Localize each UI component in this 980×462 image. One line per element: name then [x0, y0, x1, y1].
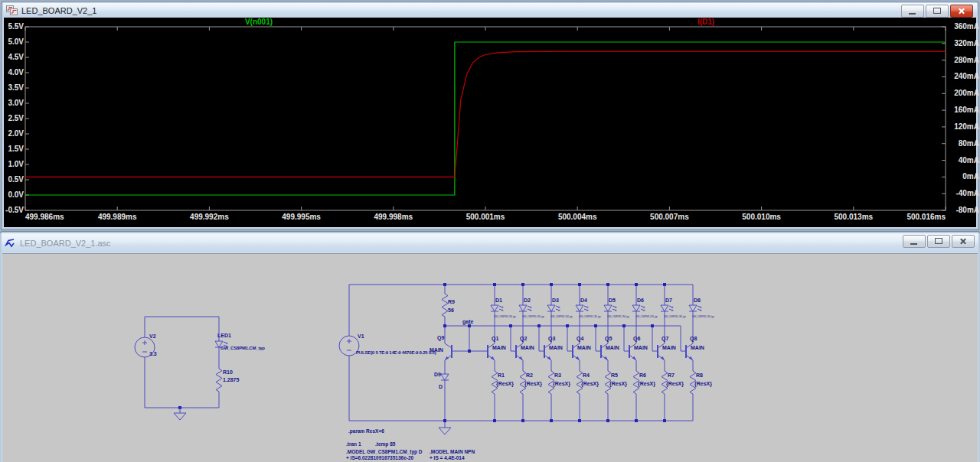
r10-value: 1.2875: [223, 377, 239, 383]
x-tick-label: 499.992ms: [190, 213, 229, 221]
y-tick-label: 0.0V: [4, 190, 24, 200]
transistor-model-label: MAIN: [662, 345, 676, 351]
maximize-icon: [933, 8, 941, 14]
led-column[interactable]: D5 GW_CS8PM1.CM_typ Q5 MAIN R5 {ResX}: [592, 296, 620, 388]
led-ref-label: D3: [552, 298, 559, 304]
v1-value: PULSE(0 5 7E-9 14E-9 4670E-9 0.25 0.5): [356, 350, 436, 356]
y-tick-label: 280mA: [948, 56, 979, 65]
y-tick-label: 1.5V: [4, 145, 24, 154]
y-tick-label: 5.5V: [4, 22, 24, 31]
transistor-ref-label: Q6: [633, 336, 640, 342]
x-tick-label: 499.989ms: [98, 213, 137, 221]
x-tick-label: 499.986ms: [25, 213, 64, 221]
y-tick-label: 1.0V: [4, 160, 24, 169]
directive-line: + IS=6.022810916735136e-20: [346, 455, 423, 461]
r9-value: 56: [448, 307, 454, 314]
led-column[interactable]: D8 GW_CS8PM1.CM_typ Q8 MAIN R8 {ResX}: [677, 296, 705, 388]
trace-name-voltage[interactable]: V(n001): [228, 18, 289, 26]
y-axis-right-current: 360mA320mA280mA240mA200mA160mA120mA80mA4…: [948, 22, 979, 215]
v2-label: V2: [149, 333, 156, 340]
y-tick-label: 320mA: [948, 39, 979, 48]
schematic-canvas[interactable]: V2 3.3 LED1 GW_CS8PM1.CM_typ R10 1.2875 …: [2, 253, 978, 462]
led-array-columns[interactable]: D1 GW_CS8PM1.CM_typ Q1 MAIN R1 {ResX} D2…: [479, 296, 705, 388]
d9-label: D9: [434, 372, 441, 378]
y-tick-label: 2.0V: [4, 129, 24, 138]
led-ref-label: D4: [580, 298, 587, 304]
schematic-window-titlebar[interactable]: LED_BOARD_V2_1.asc: [2, 233, 978, 252]
transistor-ref-label: Q1: [492, 336, 498, 342]
minimize-icon: [910, 243, 917, 245]
close-button[interactable]: [950, 5, 973, 18]
led-column[interactable]: D2 GW_CS8PM1.CM_typ Q2 MAIN R2 {ResX}: [507, 296, 535, 388]
led-column[interactable]: D7 GW_CS8PM1.CM_typ Q7 MAIN R7 {ResX}: [648, 296, 677, 388]
transistor-model-label: MAIN: [492, 345, 506, 351]
transistor-ref-label: Q3: [548, 336, 555, 342]
y-tick-label: 4.5V: [4, 53, 24, 62]
led-ref-label: D1: [495, 298, 502, 304]
waveform-window-icon: [6, 5, 18, 15]
x-axis-time-labels: 499.986ms499.989ms499.992ms499.995ms499.…: [4, 213, 976, 223]
y-tick-label: 80mA: [948, 139, 979, 148]
param-directive: .param ResX=6: [348, 428, 384, 434]
y-tick-label: 160mA: [948, 106, 979, 115]
trace-name-current[interactable]: I(D1): [675, 18, 737, 26]
x-tick-label: 500.001ms: [466, 213, 505, 221]
schematic-window: LED_BOARD_V2_1.asc V2 3.3 LED1 GW_CS8PM1…: [0, 232, 980, 462]
y-tick-label: 40mA: [948, 156, 979, 165]
resistor-ref-label: R1: [498, 373, 505, 379]
transistor-ref-label: Q7: [662, 336, 668, 342]
led1-model: GW_CS8PM1.CM_typ: [220, 345, 265, 351]
led-model-label: GW_CS8PM1.CM_typ: [692, 314, 714, 320]
transistor-ref-label: Q5: [605, 336, 612, 342]
resistor-ref-label: R5: [611, 373, 618, 379]
npn-model-directive: .MODEL MAIN NPN+ IS = 4.4E-014+ NF = 0.9…: [430, 449, 475, 462]
resistor-ref-label: R2: [526, 373, 533, 379]
schematic-window-icon: [5, 238, 16, 248]
maximize-button[interactable]: [927, 235, 950, 248]
waveform-window-title: LED_BOARD_V2_1: [21, 6, 96, 15]
x-tick-label: 500.007ms: [650, 213, 689, 221]
resistor-ref-label: R8: [696, 373, 703, 379]
led-column[interactable]: D1 GW_CS8PM1.CM_typ Q1 MAIN R1 {ResX}: [479, 296, 507, 388]
minimize-button[interactable]: [901, 5, 924, 18]
directive-line: .MODEL MAIN NPN: [430, 449, 475, 455]
resistor-value-label: {ResX}: [694, 381, 712, 387]
v1-label: V1: [358, 333, 364, 340]
y-tick-label: 0mA: [948, 172, 979, 181]
led-column[interactable]: D4 GW_CS8PM1.CM_typ Q4 MAIN R4 {ResX}: [564, 296, 592, 388]
transistor-model-label: MAIN: [577, 345, 591, 351]
v2-value: 3.3: [149, 351, 157, 357]
minimize-button[interactable]: [903, 235, 926, 248]
led-ref-label: D7: [665, 298, 672, 304]
q9-label: Q9: [437, 335, 444, 341]
y-tick-label: 5.0V: [4, 37, 24, 47]
mdi-background: { "colors": { "trace_green": "#00c400", …: [0, 0, 980, 462]
tran-directive: .tran 1: [346, 441, 361, 447]
transistor-ref-label: Q8: [690, 336, 697, 342]
y-tick-label: 3.0V: [4, 99, 24, 108]
close-button[interactable]: [952, 235, 975, 248]
transistor-ref-label: Q4: [577, 336, 583, 342]
trace-V(n001): [25, 42, 946, 195]
minimize-icon: [909, 13, 916, 15]
resistor-ref-label: R3: [554, 373, 561, 379]
y-tick-label: 0.5V: [4, 175, 24, 184]
r9-label: R9: [448, 299, 455, 305]
led-column[interactable]: D3 GW_CS8PM1.CM_typ Q3 MAIN R3 {ResX}: [535, 296, 564, 388]
transistor-model-label: MAIN: [606, 345, 619, 351]
transistor-model-label: MAIN: [521, 345, 534, 351]
q9-model: MAIN: [430, 347, 443, 353]
led-column[interactable]: D6 GW_CS8PM1.CM_typ Q6 MAIN R6 {ResX}: [620, 296, 648, 388]
waveform-window-titlebar[interactable]: LED_BOARD_V2_1: [3, 3, 977, 18]
y-tick-label: 120mA: [948, 122, 979, 132]
resistor-ref-label: R6: [639, 373, 646, 379]
led-ref-label: D2: [524, 298, 531, 304]
x-tick-label: 500.010ms: [742, 213, 781, 221]
x-tick-label: 500.004ms: [558, 213, 597, 221]
waveform-plot-area[interactable]: 5.5V5.0V4.5V4.0V3.5V3.0V2.5V2.0V1.5V1.0V…: [4, 18, 976, 227]
directive-line: + IS = 4.4E-014: [430, 455, 475, 461]
led-ref-label: D5: [609, 298, 616, 304]
led1-label: LED1: [217, 333, 231, 339]
transistor-model-label: MAIN: [634, 345, 648, 351]
maximize-button[interactable]: [926, 5, 949, 18]
